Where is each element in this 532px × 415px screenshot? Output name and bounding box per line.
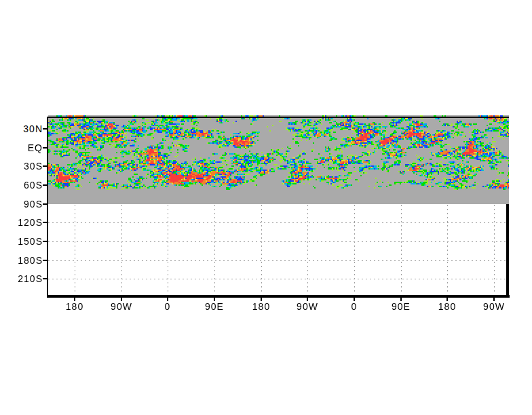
x-tick-label: 90E (191, 301, 238, 312)
x-axis-line (47, 295, 510, 298)
x-tick-label: 90W (98, 301, 145, 312)
y-tick (43, 128, 48, 130)
y-tick-label: 120S (0, 217, 43, 228)
y-tick (43, 184, 48, 186)
y-tick (43, 203, 48, 205)
y-tick (43, 222, 48, 223)
x-tick-label: 180 (424, 301, 470, 312)
gridline-vertical (354, 205, 355, 294)
gridline-horizontal (48, 241, 506, 242)
y-tick-label: 150S (0, 236, 43, 247)
x-tick-label: 90W (471, 301, 517, 312)
gridline-vertical (307, 205, 308, 294)
y-tick-label: 90S (0, 199, 43, 210)
plot-right-border (506, 204, 509, 298)
y-tick-label: 30S (0, 161, 43, 172)
y-tick-label: 60S (0, 180, 43, 191)
gridline-vertical (401, 205, 402, 294)
gridline-vertical (214, 205, 215, 294)
y-axis-line (47, 117, 48, 298)
y-tick (43, 241, 48, 242)
x-tick-label: 180 (52, 301, 98, 312)
y-tick-label: 210S (0, 273, 43, 284)
gridline-vertical (121, 205, 122, 294)
x-tick-label: 180 (238, 301, 284, 312)
x-tick-label: 0 (145, 301, 191, 312)
gridline-horizontal (48, 260, 506, 261)
gridline-vertical (494, 205, 495, 294)
y-tick-label: 30N (0, 123, 43, 134)
gridline-horizontal (48, 222, 506, 223)
gridline-vertical (168, 205, 168, 294)
y-tick (43, 165, 48, 167)
grads-plot-figure: 30NEQ30S60S90S120S150S180S210S 18090W090… (0, 0, 532, 415)
gridline-vertical (261, 205, 262, 294)
gridline-vertical (447, 205, 448, 294)
y-tick-label: 180S (0, 255, 43, 266)
gridline-horizontal (48, 279, 506, 279)
x-tick-label: 0 (331, 301, 377, 312)
gridline-vertical (75, 205, 75, 294)
y-tick (43, 278, 48, 279)
plot-top-border (47, 117, 509, 118)
y-tick (43, 147, 48, 149)
shaded-field-canvas (48, 115, 509, 204)
y-tick-label: EQ (0, 142, 43, 153)
y-tick (43, 260, 48, 261)
x-tick-label: 90E (378, 301, 424, 312)
x-tick-label: 90W (284, 301, 330, 312)
